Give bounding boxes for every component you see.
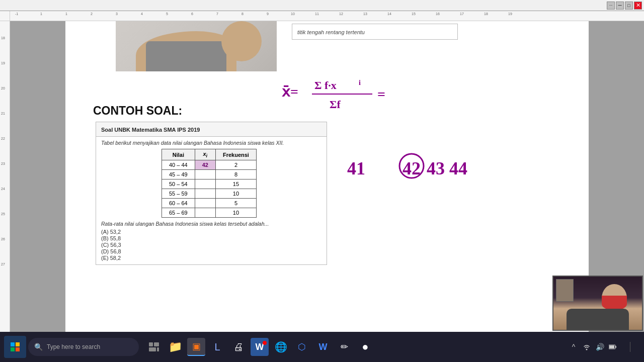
- answer-choices: (A) 53,2 (B) 55,8 (C) 56,3 (D) 56,8 (E) …: [101, 229, 321, 261]
- close-button[interactable]: ✕: [634, 2, 642, 10]
- example-description: Tabel berikut menyajikan data nilai ulan…: [101, 140, 321, 146]
- webcam-face-mask: [602, 296, 627, 310]
- answer-c: (C) 56,3: [101, 242, 321, 248]
- window-controls[interactable]: ··· ─ □ ✕: [607, 2, 642, 10]
- ruler-vert-mark: 23: [1, 162, 5, 165]
- ruler-top-numbers: -1 1 1 2 3 4 5 6 7 8 9 10 11 12 13 14 15…: [10, 11, 644, 21]
- ruler-corner: [0, 11, 10, 21]
- ruler-mark: 10: [291, 12, 295, 16]
- ruler-left: 18 19 20 21 22 23 24 25 26 27: [0, 21, 10, 332]
- ruler-mark: 11: [315, 12, 319, 16]
- edge-browser-button[interactable]: 🌐: [272, 338, 290, 356]
- question-area: Rata-rata nilai ulangan Bahasa Indonesia…: [101, 221, 321, 261]
- example-box: Soal UNBK Matematika SMA IPS 2019 Tabel …: [96, 122, 327, 265]
- cell-frekuensi: 5: [215, 199, 256, 208]
- ruler-mark: 5: [166, 12, 168, 16]
- section-heading-text: CONTOH SOAL:: [93, 104, 182, 117]
- minimize-button[interactable]: ─: [616, 2, 624, 10]
- speech-bubble: titik tengah rentang tertentu: [292, 24, 458, 40]
- network-icon[interactable]: [582, 342, 592, 352]
- system-tray-icons: ^ 🔊: [569, 342, 618, 352]
- cell-frekuensi: 15: [215, 179, 256, 189]
- show-desktop-button[interactable]: [630, 342, 640, 352]
- table-row: 50 – 54 15: [162, 179, 257, 189]
- svg-rect-13: [11, 347, 15, 351]
- table-row: 55 – 59 10: [162, 189, 257, 199]
- cell-nilai: 65 – 69: [162, 208, 195, 218]
- ruler-mark: -1: [15, 12, 18, 16]
- task-view-icon: [149, 342, 159, 351]
- ruler-mark: 9: [267, 12, 269, 16]
- document-page[interactable]: titik tengah rentang tertentu x̄= Σ f·x …: [65, 21, 589, 332]
- app-blue-button[interactable]: ⬡: [293, 338, 311, 356]
- svg-rect-22: [615, 346, 616, 348]
- maximize-button[interactable]: □: [625, 2, 633, 10]
- show-hidden-icons-button[interactable]: ^: [569, 342, 579, 352]
- ruler-top: -1 1 1 2 3 4 5 6 7 8 9 10 11 12 13 14 15…: [0, 11, 644, 21]
- svg-rect-17: [149, 347, 156, 351]
- ruler-mark: 8: [242, 12, 244, 16]
- webcam-person-area: [553, 277, 642, 330]
- svg-text:i: i: [359, 79, 361, 86]
- svg-text:Σf: Σf: [330, 98, 341, 111]
- three-dots-icon: ···: [607, 2, 615, 10]
- cell-frekuensi: 10: [215, 189, 256, 199]
- svg-rect-15: [149, 342, 153, 346]
- svg-rect-11: [11, 342, 15, 346]
- ruler-mark: 4: [141, 12, 143, 16]
- webcam-photo-frame: [556, 279, 574, 302]
- numbers-svg: 41 42 43 44: [347, 147, 498, 187]
- table-body: 40 – 44 42 2 45 – 49 8 50 – 54 15: [162, 160, 257, 218]
- cell-frekuensi: 10: [215, 208, 256, 218]
- printer-button[interactable]: 🖨: [229, 338, 248, 356]
- ruler-vert-mark: 21: [1, 112, 5, 115]
- ruler-mark: 15: [412, 12, 416, 16]
- ruler-vert-mark: 19: [1, 61, 5, 65]
- cell-xi: [195, 179, 215, 189]
- svg-text:=: =: [377, 86, 385, 102]
- ruler-mark: 18: [484, 12, 488, 16]
- taskbar-search-bar[interactable]: 🔍 Type here to search: [28, 338, 139, 356]
- volume-icon[interactable]: 🔊: [595, 342, 605, 352]
- ruler-vert-mark: 20: [1, 86, 5, 90]
- battery-svg: [609, 344, 617, 349]
- file-explorer-button[interactable]: 📁: [166, 338, 184, 356]
- writer2-button[interactable]: W: [314, 338, 332, 356]
- word-button[interactable]: W: [251, 338, 269, 356]
- col-header-frekuensi: Frekuensi: [215, 149, 256, 160]
- ruler-mark: 7: [216, 12, 218, 16]
- data-table: Nilai xi Frekuensi 40 – 44 42 2 45 – 49: [162, 149, 257, 218]
- ruler-mark: 2: [91, 12, 93, 16]
- circle-app-button[interactable]: ●: [356, 338, 374, 356]
- col-header-nilai: Nilai: [162, 149, 195, 160]
- title-bar: ··· ─ □ ✕: [0, 0, 644, 11]
- cell-frekuensi: 2: [215, 160, 256, 170]
- task-view-button[interactable]: [145, 338, 163, 356]
- ruler-mark: 1: [40, 12, 42, 16]
- cell-nilai: 40 – 44: [162, 160, 195, 170]
- example-header-text: Soal UNBK Matematika SMA IPS 2019: [101, 127, 200, 133]
- taskbar: 🔍 Type here to search 📁 ▣ L 🖨 W 🌐 ⬡: [0, 332, 644, 362]
- svg-text:43 44: 43 44: [427, 158, 467, 178]
- libreoffice-writer-button[interactable]: L: [208, 338, 226, 356]
- start-button[interactable]: [4, 336, 26, 358]
- ruler-vert-mark: 18: [1, 36, 5, 40]
- answer-e: (E) 58,2: [101, 255, 321, 261]
- example-box-body: Tabel berikut menyajikan data nilai ulan…: [96, 137, 327, 264]
- table-head: Nilai xi Frekuensi: [162, 149, 257, 160]
- ruler-vert-mark: 27: [1, 262, 5, 266]
- tablet-pen-button[interactable]: ✏: [335, 338, 353, 356]
- svg-text:42: 42: [403, 158, 421, 178]
- battery-icon: [608, 342, 618, 352]
- ruler-mark: 17: [460, 12, 464, 16]
- ruler-mark: 16: [436, 12, 440, 16]
- ruler-mark: 14: [387, 12, 391, 16]
- search-icon: 🔍: [34, 343, 43, 351]
- libreoffice-impress-button[interactable]: ▣: [187, 338, 205, 356]
- svg-point-19: [586, 349, 588, 350]
- ruler-vert-mark: 24: [1, 187, 5, 191]
- table-row: 60 – 64 5: [162, 199, 257, 208]
- cell-xi: [195, 170, 215, 179]
- svg-text:x̄=: x̄=: [282, 84, 298, 100]
- svg-rect-12: [16, 342, 20, 346]
